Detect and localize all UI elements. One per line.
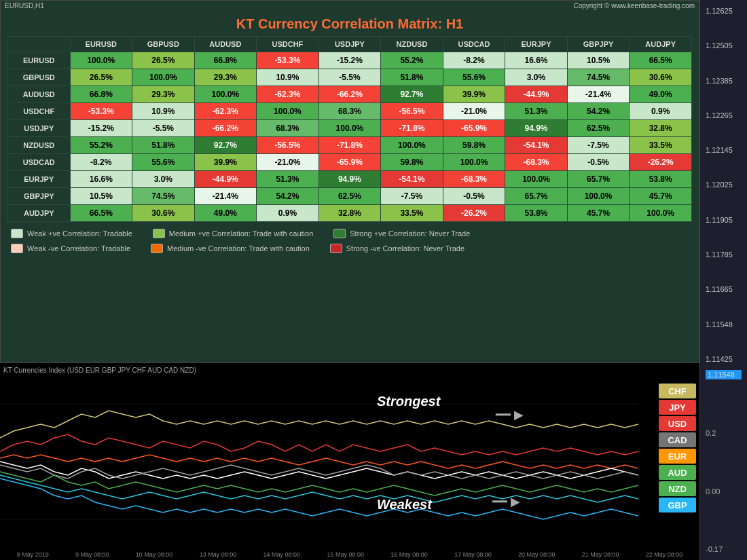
x-label: 16 May 08:00 xyxy=(390,551,428,558)
chart-label: KT Currencies Index (USD EUR GBP JPY CHF… xyxy=(3,367,196,374)
matrix-cell: 3.0% xyxy=(505,69,568,86)
matrix-cell: 45.7% xyxy=(630,188,692,205)
matrix-cell: 51.8% xyxy=(132,137,195,154)
current-price: 1.11548 xyxy=(706,370,742,379)
matrix-cell: 3.0% xyxy=(132,171,195,188)
matrix-cell: 100.0% xyxy=(630,205,692,222)
matrix-cell: 10.9% xyxy=(257,69,319,86)
column-header: USDCAD xyxy=(443,37,505,52)
matrix-cell: -8.2% xyxy=(70,154,132,171)
row-header: EURJPY xyxy=(8,171,71,188)
price-scale: 1.126251.125051.123851.122651.121451.120… xyxy=(699,0,747,560)
matrix-cell: -56.5% xyxy=(381,103,443,120)
price-level: 1.12145 xyxy=(706,146,742,154)
matrix-cell: 51.3% xyxy=(505,103,568,120)
matrix-cell: -21.0% xyxy=(257,154,319,171)
row-header: AUDJPY xyxy=(8,205,71,222)
matrix-cell: 16.6% xyxy=(70,171,132,188)
price-level: 1.12385 xyxy=(706,77,742,85)
matrix-cell: 45.7% xyxy=(567,205,630,222)
matrix-cell: 68.3% xyxy=(257,120,319,137)
matrix-cell: 53.8% xyxy=(505,205,568,222)
matrix-cell: 10.5% xyxy=(567,52,630,69)
row-header: EURUSD xyxy=(8,52,71,69)
matrix-cell: 68.3% xyxy=(318,103,381,120)
matrix-cell: -21.4% xyxy=(567,86,630,103)
matrix-cell: 66.5% xyxy=(630,52,692,69)
x-label: 13 May 08:00 xyxy=(200,551,237,558)
matrix-cell: 10.5% xyxy=(70,188,132,205)
currency-bar: CHF xyxy=(659,384,696,398)
matrix-cell: 29.3% xyxy=(194,69,257,86)
matrix-cell: 62.5% xyxy=(567,120,630,137)
x-label: 22 May 08:00 xyxy=(646,551,683,558)
price-level: 1.11905 xyxy=(706,216,742,224)
matrix-cell: 32.8% xyxy=(318,205,381,222)
matrix-cell: 54.2% xyxy=(567,103,630,120)
row-header: GBPUSD xyxy=(8,69,71,86)
matrix-cell: -66.2% xyxy=(318,86,381,103)
matrix-cell: 55.2% xyxy=(381,52,443,69)
matrix-cell: -44.9% xyxy=(194,171,257,188)
chart-header: EURUSD,H1 Copyright © www.keenbase-tradi… xyxy=(1,1,699,11)
matrix-cell: 59.8% xyxy=(381,154,443,171)
matrix-cell: -21.4% xyxy=(194,188,257,205)
currency-bars: CHFJPYUSDCADEURAUDNZDGBP xyxy=(659,384,696,512)
matrix-cell: 49.0% xyxy=(194,205,257,222)
row-header: USDJPY xyxy=(8,120,71,137)
matrix-cell: 39.9% xyxy=(443,86,505,103)
price-scale-bottom: 1.11548 0.2 0.00 -0.17 xyxy=(703,367,744,557)
matrix-title: KT Currency Correlation Matrix: H1 xyxy=(1,11,699,36)
matrix-cell: 33.5% xyxy=(630,137,692,154)
matrix-cell: 39.9% xyxy=(194,154,257,171)
column-header: USDCHF xyxy=(257,37,319,52)
matrix-cell: -0.5% xyxy=(443,188,505,205)
matrix-cell: 16.6% xyxy=(505,52,568,69)
matrix-cell: -71.8% xyxy=(381,120,443,137)
price-level: 1.11548 xyxy=(706,320,742,329)
matrix-cell: -8.2% xyxy=(443,52,505,69)
matrix-cell: -5.5% xyxy=(132,120,195,137)
pair-info: EURUSD,H1 xyxy=(5,2,44,10)
strongest-arrow: ━━ ▶ xyxy=(496,407,524,422)
matrix-cell: 66.8% xyxy=(194,52,257,69)
matrix-cell: -7.5% xyxy=(381,188,443,205)
chart-panel: KT Currencies Index (USD EUR GBP JPY CHF… xyxy=(0,363,699,560)
x-label: 17 May 08:00 xyxy=(454,551,492,558)
chart-scale-00: 0.00 xyxy=(706,487,742,496)
currency-bar: JPY xyxy=(659,400,696,415)
row-header: GBPJPY xyxy=(8,188,71,205)
matrix-cell: 55.6% xyxy=(132,154,195,171)
matrix-cell: 74.5% xyxy=(567,69,630,86)
matrix-cell: 30.6% xyxy=(630,69,692,86)
copyright: Copyright © www.keenbase-trading.com xyxy=(573,2,695,10)
matrix-cell: -62.3% xyxy=(257,86,319,103)
matrix-cell: 10.9% xyxy=(132,103,195,120)
x-axis: 8 May 20199 May 08:0010 May 08:0013 May … xyxy=(0,551,699,558)
matrix-cell: 100.0% xyxy=(132,69,195,86)
matrix-cell: 100.0% xyxy=(194,86,257,103)
matrix-cell: 94.9% xyxy=(318,171,381,188)
matrix-cell: 53.8% xyxy=(630,171,692,188)
legend-item: Medium +ve Correlation: Trade with cauti… xyxy=(153,229,313,238)
matrix-cell: 66.5% xyxy=(70,205,132,222)
matrix-cell: -44.9% xyxy=(505,86,568,103)
matrix-cell: 49.0% xyxy=(630,86,692,103)
matrix-cell: 0.9% xyxy=(630,103,692,120)
matrix-cell: -65.9% xyxy=(318,154,381,171)
matrix-cell: -66.2% xyxy=(194,120,257,137)
matrix-cell: 55.2% xyxy=(70,137,132,154)
matrix-cell: 26.5% xyxy=(132,52,195,69)
matrix-cell: 100.0% xyxy=(257,103,319,120)
x-label: 21 May 08:00 xyxy=(582,551,619,558)
x-label: 8 May 2019 xyxy=(17,551,49,558)
x-label: 10 May 08:00 xyxy=(136,551,173,558)
currency-bar: NZD xyxy=(659,481,696,496)
price-level: 1.11665 xyxy=(706,285,742,293)
matrix-cell: -54.1% xyxy=(505,137,568,154)
column-header: AUDUSD xyxy=(194,37,257,52)
matrix-cell: 51.8% xyxy=(381,69,443,86)
matrix-cell: 100.0% xyxy=(505,171,568,188)
chart-scale-02: 0.2 xyxy=(706,429,742,437)
price-level: 1.12505 xyxy=(706,41,742,50)
